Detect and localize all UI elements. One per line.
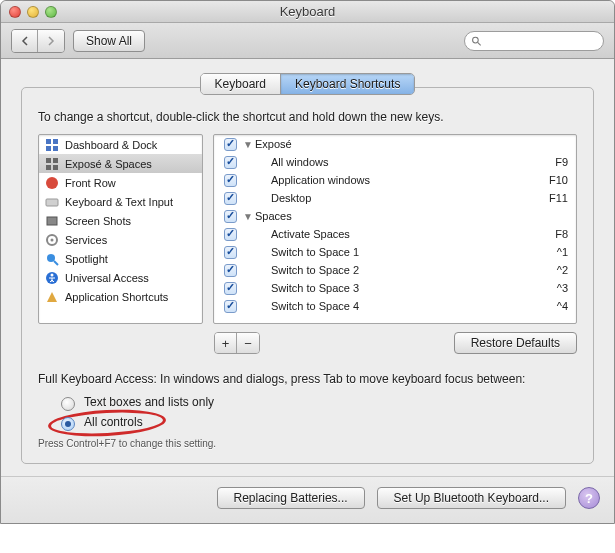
radio-input[interactable]: [61, 417, 75, 431]
category-label: Spotlight: [65, 253, 108, 265]
svg-line-16: [54, 261, 58, 265]
shortcut-key[interactable]: F8: [555, 228, 568, 240]
category-item[interactable]: Exposé & Spaces: [39, 154, 202, 173]
svg-rect-8: [46, 165, 51, 170]
svg-rect-2: [46, 139, 51, 144]
category-item[interactable]: Keyboard & Text Input: [39, 192, 202, 211]
shortcut-checkbox[interactable]: [224, 246, 237, 259]
tab-keyboard[interactable]: Keyboard: [201, 74, 281, 94]
svg-point-18: [51, 273, 54, 276]
svg-rect-4: [46, 146, 51, 151]
category-item[interactable]: Front Row: [39, 173, 202, 192]
shortcut-checkbox[interactable]: [224, 156, 237, 169]
shortcut-key[interactable]: ^3: [557, 282, 568, 294]
titlebar: Keyboard: [1, 1, 614, 23]
shortcut-list[interactable]: ▼ Exposé All windows F9 Application wind…: [213, 134, 577, 324]
category-item[interactable]: Spotlight: [39, 249, 202, 268]
category-label: Services: [65, 234, 107, 246]
shortcut-label: Application windows: [243, 174, 370, 186]
tab-bar: Keyboard Keyboard Shortcuts: [200, 73, 416, 95]
radio-label: Text boxes and lists only: [84, 395, 214, 409]
shortcut-checkbox[interactable]: [224, 282, 237, 295]
shortcut-label: Switch to Space 4: [243, 300, 359, 312]
search-field[interactable]: [464, 31, 604, 51]
svg-rect-6: [46, 158, 51, 163]
shortcut-label: Switch to Space 1: [243, 246, 359, 258]
window-title: Keyboard: [1, 4, 614, 19]
minimize-window-button[interactable]: [27, 6, 39, 18]
shortcut-key[interactable]: F9: [555, 156, 568, 168]
shortcut-checkbox[interactable]: [224, 174, 237, 187]
category-item[interactable]: Universal Access: [39, 268, 202, 287]
shortcut-checkbox[interactable]: [224, 300, 237, 313]
tab-keyboard-shortcuts[interactable]: Keyboard Shortcuts: [281, 74, 414, 94]
disclosure-triangle-icon[interactable]: ▼: [243, 139, 253, 150]
search-input[interactable]: [486, 34, 597, 48]
zoom-window-button[interactable]: [45, 6, 57, 18]
category-item[interactable]: Services: [39, 230, 202, 249]
shortcut-key[interactable]: F11: [549, 192, 568, 204]
shortcut-label: Activate Spaces: [243, 228, 350, 240]
shortcut-checkbox[interactable]: [224, 138, 237, 151]
instruction-text: To change a shortcut, double-click the s…: [38, 110, 577, 124]
category-label: Exposé & Spaces: [65, 158, 152, 170]
keyboard-icon: [45, 195, 59, 209]
forward-button[interactable]: [38, 30, 64, 52]
shortcut-row[interactable]: Switch to Space 4 ^4: [214, 297, 576, 315]
svg-point-10: [46, 177, 58, 189]
shortcuts-panel: To change a shortcut, double-click the s…: [21, 87, 594, 464]
shortcut-checkbox[interactable]: [224, 210, 237, 223]
category-item[interactable]: Screen Shots: [39, 211, 202, 230]
close-window-button[interactable]: [9, 6, 21, 18]
bottom-bar: Replacing Batteries... Set Up Bluetooth …: [1, 476, 614, 523]
shortcut-group-header[interactable]: ▼ Spaces: [214, 207, 576, 225]
appshortcuts-icon: [45, 290, 59, 304]
add-remove-segmented: + −: [214, 332, 260, 354]
back-button[interactable]: [12, 30, 38, 52]
shortcut-row[interactable]: Desktop F11: [214, 189, 576, 207]
category-label: Front Row: [65, 177, 116, 189]
expose-icon: [45, 157, 59, 171]
shortcut-row[interactable]: Switch to Space 3 ^3: [214, 279, 576, 297]
shortcut-key[interactable]: F10: [549, 174, 568, 186]
shortcut-key[interactable]: ^4: [557, 300, 568, 312]
category-list[interactable]: Dashboard & Dock Exposé & Spaces Front R…: [38, 134, 203, 324]
frontrow-icon: [45, 176, 59, 190]
restore-defaults-button[interactable]: Restore Defaults: [454, 332, 577, 354]
shortcut-row[interactable]: Application windows F10: [214, 171, 576, 189]
category-item[interactable]: Application Shortcuts: [39, 287, 202, 306]
svg-rect-7: [53, 158, 58, 163]
toolbar: Show All: [1, 23, 614, 59]
svg-point-15: [47, 254, 55, 262]
remove-button[interactable]: −: [237, 333, 259, 353]
shortcut-row[interactable]: Switch to Space 2 ^2: [214, 261, 576, 279]
shortcut-row[interactable]: Switch to Space 1 ^1: [214, 243, 576, 261]
nav-segmented: [11, 29, 65, 53]
shortcut-row[interactable]: Activate Spaces F8: [214, 225, 576, 243]
disclosure-triangle-icon[interactable]: ▼: [243, 211, 253, 222]
replacing-batteries-button[interactable]: Replacing Batteries...: [217, 487, 365, 509]
full-keyboard-access-label: Full Keyboard Access: In windows and dia…: [38, 372, 577, 386]
radio-text-boxes-only[interactable]: Text boxes and lists only: [56, 392, 577, 412]
shortcut-checkbox[interactable]: [224, 264, 237, 277]
content-area: Keyboard Keyboard Shortcuts To change a …: [1, 59, 614, 476]
category-label: Universal Access: [65, 272, 149, 284]
radio-input[interactable]: [61, 397, 75, 411]
help-button[interactable]: ?: [578, 487, 600, 509]
shortcut-key[interactable]: ^1: [557, 246, 568, 258]
svg-rect-3: [53, 139, 58, 144]
list-controls-row: + − Restore Defaults: [38, 332, 577, 354]
shortcut-checkbox[interactable]: [224, 192, 237, 205]
shortcut-key[interactable]: ^2: [557, 264, 568, 276]
shortcut-label: Desktop: [243, 192, 311, 204]
shortcut-group-header[interactable]: ▼ Exposé: [214, 135, 576, 153]
radio-all-controls[interactable]: All controls: [56, 412, 577, 432]
add-button[interactable]: +: [215, 333, 237, 353]
chevron-right-icon: [47, 36, 55, 46]
setup-bluetooth-button[interactable]: Set Up Bluetooth Keyboard...: [377, 487, 566, 509]
shortcut-row[interactable]: All windows F9: [214, 153, 576, 171]
show-all-button[interactable]: Show All: [73, 30, 145, 52]
shortcut-checkbox[interactable]: [224, 228, 237, 241]
preferences-window: Keyboard Show All Keyboard Keyboard Shor…: [0, 0, 615, 524]
category-item[interactable]: Dashboard & Dock: [39, 135, 202, 154]
